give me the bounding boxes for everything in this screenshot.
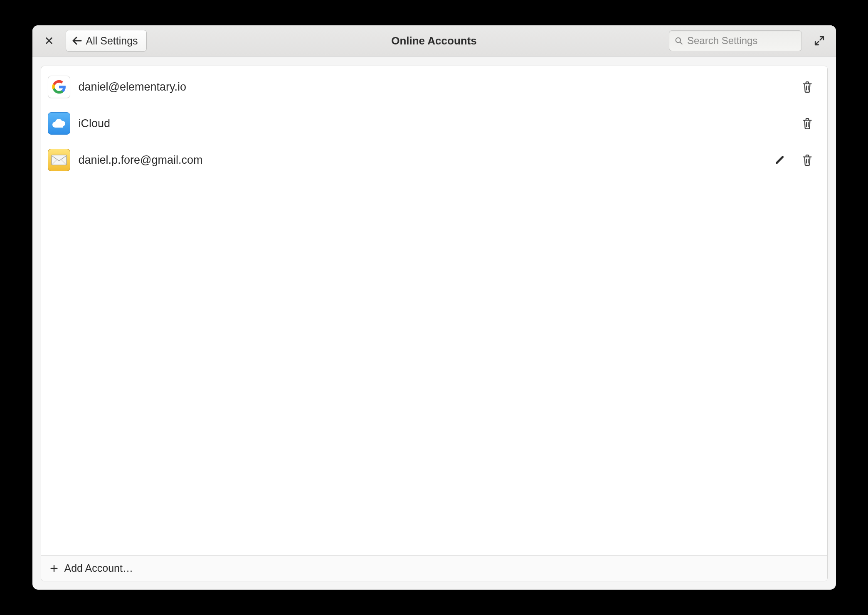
account-row[interactable]: iCloud xyxy=(41,105,827,142)
google-icon xyxy=(48,76,70,98)
maximize-button[interactable] xyxy=(810,32,829,50)
svg-rect-2 xyxy=(52,155,67,165)
mail-icon xyxy=(48,149,70,171)
all-settings-button[interactable]: All Settings xyxy=(66,30,147,52)
back-arrow-icon xyxy=(72,37,82,45)
edit-account-button[interactable] xyxy=(772,152,788,168)
search-field-wrap[interactable] xyxy=(669,30,802,51)
content-area: daniel@elementary.io xyxy=(32,57,836,590)
accounts-list: daniel@elementary.io xyxy=(41,66,827,555)
icloud-icon xyxy=(48,112,70,135)
add-account-label: Add Account… xyxy=(64,562,133,574)
account-label: iCloud xyxy=(79,117,791,130)
search-input[interactable] xyxy=(687,35,796,47)
svg-line-1 xyxy=(680,42,682,44)
account-label: daniel@elementary.io xyxy=(79,81,791,93)
all-settings-label: All Settings xyxy=(86,35,138,47)
close-button[interactable] xyxy=(40,32,58,50)
pencil-icon xyxy=(774,155,785,165)
plus-icon xyxy=(49,564,59,573)
delete-account-button[interactable] xyxy=(799,152,816,168)
close-icon xyxy=(44,36,54,45)
trash-icon xyxy=(802,118,813,129)
list-footer: Add Account… xyxy=(41,555,827,581)
search-icon xyxy=(674,36,683,46)
add-account-button[interactable]: Add Account… xyxy=(49,562,133,574)
titlebar: All Settings Online Accounts xyxy=(32,25,836,57)
delete-account-button[interactable] xyxy=(799,79,816,95)
accounts-panel: daniel@elementary.io xyxy=(41,66,828,581)
account-label: daniel.p.fore@gmail.com xyxy=(79,154,763,167)
trash-icon xyxy=(802,81,813,93)
trash-icon xyxy=(802,154,813,166)
account-row[interactable]: daniel.p.fore@gmail.com xyxy=(41,142,827,178)
maximize-icon xyxy=(814,35,825,46)
account-row[interactable]: daniel@elementary.io xyxy=(41,69,827,105)
delete-account-button[interactable] xyxy=(799,115,816,132)
settings-window: All Settings Online Accounts xyxy=(32,25,836,590)
